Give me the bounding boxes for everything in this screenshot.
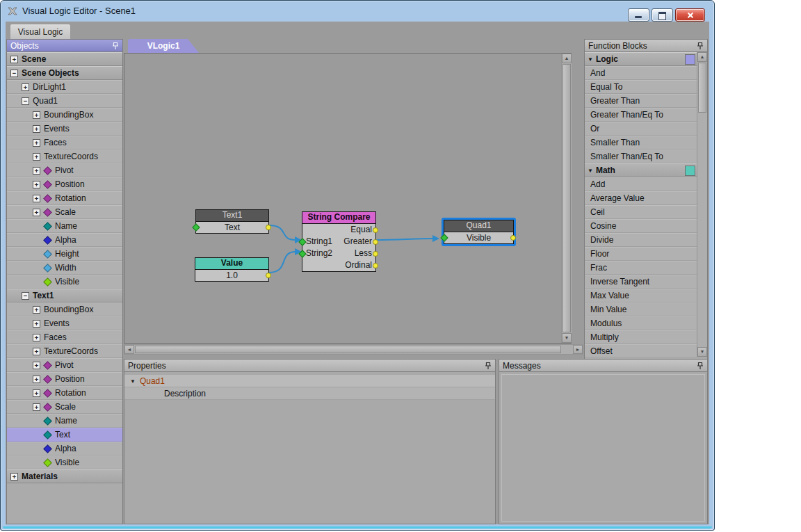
expand-icon[interactable]: + (33, 111, 40, 119)
collapse-arrow-icon[interactable]: ▼ (130, 378, 136, 385)
pin-icon[interactable] (485, 362, 492, 370)
expand-icon[interactable]: + (33, 195, 40, 202)
function-block-smaller-than-eq-to[interactable]: Smaller Than/Eq To (585, 150, 697, 163)
function-block-greater-than[interactable]: Greater Than (585, 94, 697, 108)
connection-line[interactable] (376, 239, 433, 240)
function-block-equal-to[interactable]: Equal To (585, 80, 697, 94)
tree-item-height[interactable]: Height (7, 247, 122, 261)
tree-item-boundingbox[interactable]: +BoundingBox (7, 303, 122, 316)
expand-icon[interactable]: + (10, 56, 18, 63)
function-block-offset[interactable]: Offset (585, 344, 697, 357)
node-text1-title[interactable]: Text1 (196, 210, 268, 222)
node-value-title[interactable]: Value (195, 258, 268, 270)
tree-item-dirlight1[interactable]: +DirLight1 (7, 80, 122, 94)
node-canvas[interactable]: Text1 Text Value 1.0 (124, 53, 572, 344)
function-block-divide[interactable]: Divide (585, 233, 697, 247)
scroll-left-icon[interactable]: ◄ (124, 345, 134, 354)
output-port[interactable] (373, 227, 378, 233)
expand-icon[interactable]: + (33, 153, 40, 161)
tree-item-text[interactable]: Text (7, 428, 122, 442)
tree-item-width[interactable]: Width (7, 261, 122, 275)
expand-icon[interactable]: + (33, 125, 40, 133)
tree-item-scale[interactable]: +Scale (7, 400, 122, 414)
function-blocks-scrollbar[interactable]: ▲ ▼ (697, 52, 707, 357)
tree-item-texturecoords[interactable]: +TextureCoords (7, 150, 122, 163)
expand-icon[interactable]: + (10, 473, 18, 481)
property-group-quad1[interactable]: ▼ Quad1 (124, 375, 495, 387)
tree-item-quad1[interactable]: −Quad1 (7, 94, 122, 108)
node-quad1-title[interactable]: Quad1 (444, 220, 513, 232)
connection-line[interactable] (268, 252, 296, 273)
expand-icon[interactable]: + (33, 362, 40, 369)
pin-icon[interactable] (112, 42, 119, 50)
scrollbar-thumb[interactable] (698, 63, 706, 113)
input-port[interactable] (440, 234, 448, 241)
property-row-description[interactable]: Description (124, 387, 495, 400)
scroll-up-icon[interactable]: ▲ (697, 52, 707, 62)
tree-item-alpha[interactable]: Alpha (7, 233, 122, 247)
connection-line[interactable] (268, 225, 296, 240)
scroll-right-icon[interactable]: ► (573, 345, 583, 354)
expand-icon[interactable]: + (33, 403, 40, 411)
output-port[interactable] (266, 273, 271, 278)
expand-icon[interactable]: + (33, 320, 40, 328)
output-port[interactable] (373, 251, 378, 257)
function-block-add[interactable]: Add (585, 177, 697, 191)
tree-item-position[interactable]: +Position (7, 372, 122, 386)
tree-item-position[interactable]: +Position (7, 177, 122, 191)
expand-icon[interactable]: + (33, 389, 40, 397)
output-port[interactable] (373, 263, 378, 268)
restore-button[interactable] (652, 8, 673, 22)
tree-item-text1[interactable]: −Text1 (7, 289, 122, 303)
pin-icon[interactable] (697, 362, 704, 370)
titlebar[interactable]: Visual Logic Editor - Scene1 (1, 1, 714, 22)
node-string-compare[interactable]: String Compare Equal String1 Greater Str… (302, 211, 376, 272)
tree-item-faces[interactable]: +Faces (7, 330, 122, 344)
function-block-smaller-than[interactable]: Smaller Than (585, 136, 697, 150)
function-block-min-value[interactable]: Min Value (585, 303, 697, 316)
expand-icon[interactable]: + (33, 348, 40, 355)
pin-icon[interactable] (697, 42, 704, 50)
tree-item-rotation[interactable]: +Rotation (7, 386, 122, 400)
node-quad1[interactable]: Quad1 Visible (444, 220, 514, 244)
expand-icon[interactable]: + (33, 139, 40, 147)
function-block-and[interactable]: And (585, 66, 697, 80)
tree-item-rotation[interactable]: +Rotation (7, 191, 122, 205)
function-group-logic[interactable]: ▼Logic (585, 52, 697, 66)
scrollbar-thumb[interactable] (563, 64, 571, 332)
scroll-up-icon[interactable]: ▲ (562, 54, 572, 63)
collapse-arrow-icon[interactable]: ▼ (588, 56, 593, 63)
collapse-icon[interactable]: − (22, 292, 29, 300)
expand-icon[interactable]: + (33, 209, 40, 216)
tab-visual-logic[interactable]: Visual Logic (10, 24, 71, 40)
node-value[interactable]: Value 1.0 (195, 257, 269, 282)
tree-item-visible[interactable]: Visible (7, 275, 122, 289)
tree-item-name[interactable]: Name (7, 219, 122, 233)
expand-icon[interactable]: + (33, 306, 40, 314)
function-block-or[interactable]: Or (585, 122, 697, 136)
function-block-max-value[interactable]: Max Value (585, 289, 697, 303)
function-block-inverse-tangent[interactable]: Inverse Tangent (585, 275, 697, 289)
expand-icon[interactable]: + (33, 376, 40, 383)
tree-item-alpha[interactable]: Alpha (7, 442, 122, 456)
function-block-average-value[interactable]: Average Value (585, 191, 697, 205)
function-group-math[interactable]: ▼Math (585, 163, 697, 177)
expand-icon[interactable]: + (33, 181, 40, 188)
tree-item-pivot[interactable]: +Pivot (7, 163, 122, 177)
tree-item-name[interactable]: Name (7, 414, 122, 428)
tree-item-scale[interactable]: +Scale (7, 205, 122, 219)
scroll-down-icon[interactable]: ▼ (562, 333, 572, 343)
collapse-arrow-icon[interactable]: ▼ (588, 168, 593, 174)
scroll-down-icon[interactable]: ▼ (697, 347, 707, 357)
tree-item-scene-objects[interactable]: −Scene Objects (7, 66, 122, 80)
tab-vlogic1[interactable]: VLogic1 (128, 39, 199, 53)
canvas-horizontal-scrollbar[interactable]: ◄ ► (124, 344, 583, 355)
tree-item-scene[interactable]: +Scene (7, 52, 122, 66)
output-port[interactable] (373, 239, 378, 245)
function-block-greater-than-eq-to[interactable]: Greater Than/Eq To (585, 108, 697, 122)
tree-item-events[interactable]: +Events (7, 122, 122, 136)
node-string-compare-title[interactable]: String Compare (302, 212, 375, 224)
output-port[interactable] (266, 225, 271, 230)
function-block-ceil[interactable]: Ceil (585, 205, 697, 219)
expand-icon[interactable]: + (22, 83, 29, 91)
